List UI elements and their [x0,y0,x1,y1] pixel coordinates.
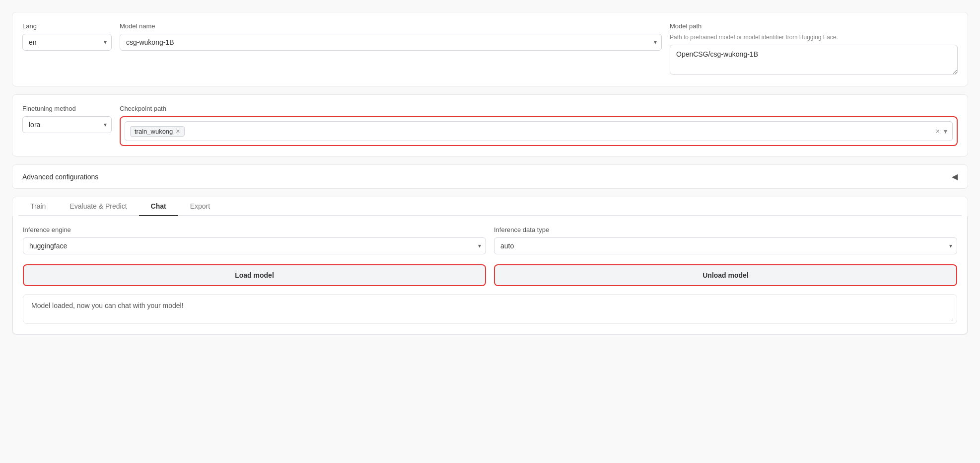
action-buttons: Load model Unload model [23,264,957,286]
model-path-textarea[interactable]: OpenCSG/csg-wukong-1B [670,45,958,75]
checkpoint-dropdown-icon[interactable]: ▾ [944,127,947,135]
unload-model-button[interactable]: Unload model [494,264,957,286]
model-path-label: Model path [670,22,958,30]
checkpoint-tag: train_wukong × [130,126,185,137]
tab-export[interactable]: Export [178,197,222,216]
load-model-button[interactable]: Load model [23,264,486,286]
resize-handle-icon: ⌟ [951,314,954,321]
status-message-text: Model loaded, now you can chat with your… [31,302,184,309]
tabs-container: Train Evaluate & Predict Chat Export Inf… [12,197,968,335]
advanced-config-bar[interactable]: Advanced configurations ◀ [12,164,968,189]
checkpoint-clear-icon[interactable]: × [936,127,940,135]
tab-train[interactable]: Train [18,197,58,216]
advanced-config-label: Advanced configurations [22,173,98,181]
finetuning-method-select[interactable]: lora full freeze [22,116,112,133]
lang-label: Lang [22,22,112,30]
inference-data-type-select[interactable]: auto float16 bfloat16 float32 int8 int4 [494,237,957,254]
model-name-select[interactable]: csg-wukong-1B llama-7b [120,34,662,51]
lang-select[interactable]: en zh fr [22,34,112,51]
advanced-config-arrow: ◀ [952,172,958,181]
tab-evaluate[interactable]: Evaluate & Predict [58,197,139,216]
checkpoint-tag-close[interactable]: × [176,128,180,135]
tab-chat-content: Inference engine huggingface vllm llama.… [12,216,968,334]
status-message-box: Model loaded, now you can chat with your… [23,294,957,324]
tabs: Train Evaluate & Predict Chat Export [18,197,962,216]
model-name-label: Model name [120,22,662,30]
tab-chat[interactable]: Chat [139,197,178,216]
inference-data-type-label: Inference data type [494,226,957,233]
model-path-sublabel: Path to pretrained model or model identi… [670,34,958,41]
finetuning-method-label: Finetuning method [22,105,112,112]
inference-engine-select[interactable]: huggingface vllm llama.cpp [23,237,486,254]
checkpoint-path-label: Checkpoint path [120,105,958,112]
inference-engine-label: Inference engine [23,226,486,233]
checkpoint-tag-value: train_wukong [135,128,173,135]
